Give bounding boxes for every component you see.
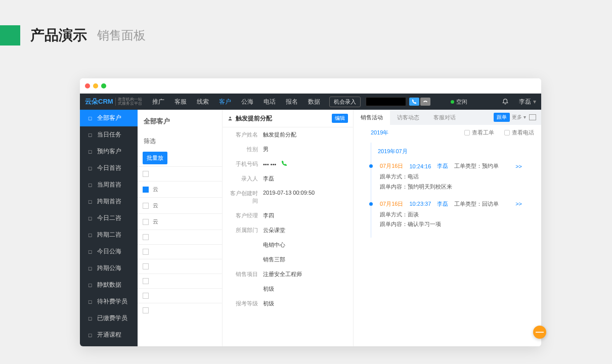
view-calls-checkbox[interactable]: 查看电话: [504, 129, 534, 136]
page-header: 产品演示 销售面板: [0, 0, 612, 61]
person-icon: [228, 116, 233, 121]
sidebar-item-11[interactable]: ◻待补费学员: [80, 293, 138, 310]
sidebar-item-label: 今日公海: [97, 247, 121, 256]
nav-item-1[interactable]: 客服: [169, 94, 192, 110]
checkbox[interactable]: [143, 203, 149, 209]
checkbox-icon: [504, 130, 510, 135]
detail-label: 录入人: [228, 175, 258, 183]
sidebar-item-8[interactable]: ◻今日公海: [80, 243, 138, 260]
app-window: 云朵CRM 教育机构一站 式服务云平台 推广客服线索客户公海电话报名数据 机会录…: [80, 78, 541, 346]
checkbox[interactable]: [143, 171, 149, 177]
clock-icon: ◻: [87, 132, 93, 138]
sidebar-item-12[interactable]: ◻已缴费学员: [80, 310, 138, 327]
nav-item-2[interactable]: 线索: [192, 94, 214, 110]
sidebar-item-label: 跨期二咨: [97, 231, 121, 239]
detail-panel: 触发提前分配 编辑 客户姓名触发提前分配性别男手机号码••• •••录入人李磊客…: [222, 110, 354, 346]
detail-value: 李四: [258, 212, 348, 219]
sidebar-item-label: 开通课程: [97, 331, 121, 339]
checkbox[interactable]: [143, 234, 149, 240]
sidebar-item-label: 全部客户: [97, 114, 121, 122]
chevron-down-icon[interactable]: ▾: [533, 98, 536, 105]
logo[interactable]: 云朵CRM 教育机构一站 式服务云平台: [85, 97, 142, 106]
timeline-dot-icon: [369, 202, 373, 206]
chat-icon: ◻: [87, 182, 93, 188]
page-subtitle: 销售面板: [97, 27, 146, 43]
sidebar-item-3[interactable]: ◻今日首咨: [80, 160, 138, 176]
sidebar-item-7[interactable]: ◻跨期二咨: [80, 226, 138, 243]
sidebar-item-label: 静默数据: [97, 281, 121, 289]
user-name[interactable]: 李磊: [519, 98, 531, 106]
expand-button[interactable]: >>: [515, 163, 522, 169]
sidebar-item-0[interactable]: ◻全部客户: [80, 110, 138, 126]
pay-icon: ◻: [87, 299, 93, 305]
sidebar-item-14[interactable]: ◻我的订单: [80, 343, 138, 346]
tab-visitor[interactable]: 访客动态: [390, 110, 426, 125]
edit-button[interactable]: 编辑: [332, 114, 348, 123]
bell-icon[interactable]: [502, 98, 509, 106]
minimize-icon[interactable]: [93, 83, 98, 88]
checkbox[interactable]: [143, 219, 149, 225]
view-tickets-checkbox[interactable]: 查看工单: [464, 129, 494, 136]
checkbox[interactable]: [143, 187, 149, 193]
nav-item-7[interactable]: 数据: [303, 94, 325, 110]
sidebar-item-6[interactable]: ◻今日二咨: [80, 210, 138, 226]
nav-item-6[interactable]: 报名: [281, 94, 303, 110]
tab-sales-activity[interactable]: 销售活动: [354, 110, 390, 125]
detail-label: [228, 241, 258, 249]
nav-item-0[interactable]: 推广: [147, 94, 169, 110]
detail-value: 男: [258, 146, 348, 153]
checkbox[interactable]: [143, 263, 149, 269]
expand-button[interactable]: >>: [515, 201, 522, 207]
sidebar-item-10[interactable]: ◻静默数据: [80, 277, 138, 293]
fab-button[interactable]: —: [533, 326, 546, 339]
sidebar-item-5[interactable]: ◻跨期首咨: [80, 193, 138, 210]
activity-filters: 2019年 查看工单 查看电话: [354, 125, 541, 141]
tab-service-chat[interactable]: 客服对话: [426, 110, 463, 125]
sidebar-item-4[interactable]: ◻当周首咨: [80, 176, 138, 193]
sidebar-item-label: 跨期公海: [97, 264, 121, 272]
detail-row: 录入人李磊: [223, 171, 353, 186]
sidebar-item-9[interactable]: ◻跨期公海: [80, 260, 138, 277]
sidebar-item-13[interactable]: ◻开通课程: [80, 327, 138, 343]
nav-item-3[interactable]: 客户: [214, 94, 236, 110]
maximize-icon[interactable]: [101, 83, 106, 88]
chat-icon: ◻: [87, 199, 93, 205]
logo-text: 云朵CRM: [85, 97, 113, 106]
timeline-month: 2019年07月: [368, 145, 527, 158]
detail-value: 初级: [258, 285, 348, 293]
search-input[interactable]: [366, 97, 406, 106]
hangup-icon[interactable]: [420, 98, 430, 106]
nav-item-4[interactable]: 公海: [236, 94, 258, 110]
year-link[interactable]: 2019年: [371, 129, 388, 136]
checkbox[interactable]: [143, 278, 149, 284]
call-buttons: [409, 98, 430, 106]
chat-icon: ◻: [87, 232, 93, 238]
checkbox[interactable]: [143, 293, 149, 299]
follow-button[interactable]: 跟单: [494, 113, 510, 122]
chat-icon: ◻: [87, 215, 93, 221]
detail-row: 初级: [223, 282, 353, 296]
opportunity-button[interactable]: 机会录入: [329, 97, 361, 107]
detail-value: ••• •••: [258, 160, 348, 168]
sidebar-item-label: 当周首咨: [97, 180, 121, 189]
call-icon[interactable]: [409, 98, 419, 106]
batch-button[interactable]: 批量放: [143, 152, 167, 164]
sidebar-item-1[interactable]: ◻当日任务: [80, 126, 138, 143]
detail-row: 手机号码••• •••: [223, 157, 353, 171]
checkbox[interactable]: [143, 249, 149, 255]
phone-icon[interactable]: [281, 161, 287, 167]
sidebar-item-label: 跨期首咨: [97, 197, 121, 206]
entry-time: 10:24:16: [409, 163, 431, 169]
nav-item-5[interactable]: 电话: [258, 94, 281, 110]
entry-type: 工单类型：回访单: [454, 200, 499, 208]
detail-row: 所属部门云朵课堂: [223, 223, 353, 238]
layout-icon[interactable]: [529, 114, 536, 120]
close-icon[interactable]: [85, 83, 90, 88]
entry-date: 07月16日: [380, 200, 403, 208]
detail-label: 手机号码: [228, 160, 258, 168]
more-button[interactable]: 更多 ▾: [512, 114, 526, 121]
checkbox[interactable]: [143, 307, 149, 313]
detail-label: 客户姓名: [228, 131, 258, 139]
sidebar-item-2[interactable]: ◻预约客户: [80, 143, 138, 160]
entry-user: 李磊: [437, 200, 448, 208]
